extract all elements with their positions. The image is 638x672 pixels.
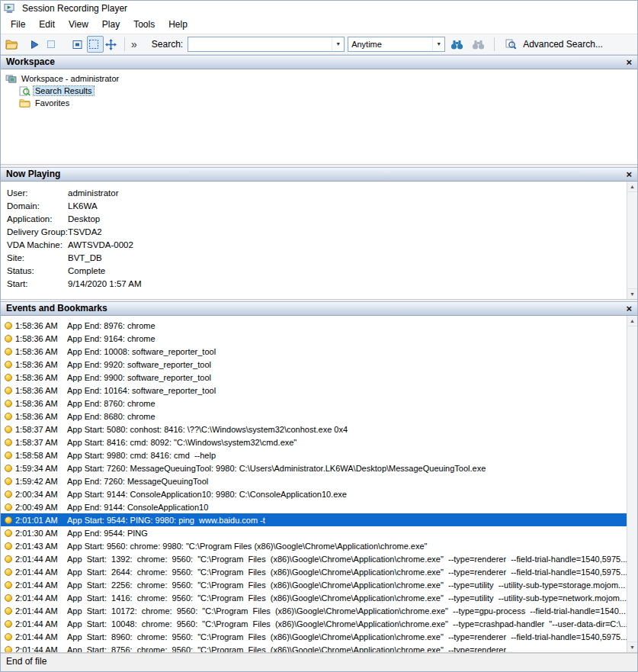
stop-button[interactable] [44, 36, 61, 53]
events-list: 1:58:36 AM App End: 8976: chrome 1:58:36… [1, 316, 627, 652]
magnifier-icon [505, 39, 516, 50]
fit-to-window-button[interactable] [87, 36, 104, 53]
event-text: App Start: 9560: chrome: 9980: "C:\Progr… [67, 542, 427, 551]
search-dropdown-arrow-icon[interactable]: ▼ [332, 37, 344, 51]
event-text: App End: 9144: ConsoleApplication10 [67, 503, 208, 512]
field-value: 9/14/2020 1:57 AM [68, 279, 142, 288]
event-row[interactable]: 1:59:34 AM App Start: 7260: MessageQueui… [1, 461, 627, 474]
toolbar-separator [494, 37, 495, 51]
event-row[interactable]: 2:01:44 AM App Start: 2256: chrome: 9560… [1, 578, 627, 591]
event-row[interactable]: 1:59:42 AM App End: 7260: MessageQueuing… [1, 474, 627, 487]
event-row[interactable]: 2:01:43 AM App Start: 9560: chrome: 9980… [1, 539, 627, 552]
event-time: 2:01:30 AM [15, 529, 67, 538]
event-row[interactable]: 2:01:44 AM App Start: 1392: chrome: 9560… [1, 552, 627, 565]
toolbar-overflow-button[interactable]: » [131, 38, 137, 50]
tree-item-search-results[interactable]: Search Results [1, 85, 637, 97]
search-combobox[interactable]: ▼ [188, 37, 345, 52]
event-text: App Start: 9144: ConsoleApplication10: 9… [67, 490, 347, 499]
time-filter-dropdown-arrow-icon[interactable]: ▼ [432, 37, 444, 51]
workspace-panel: Workspace × Workspace - administrator [1, 55, 637, 165]
event-row[interactable]: 1:58:58 AM App Start: 9980: cmd: 8416: c… [1, 449, 627, 461]
actual-size-button[interactable] [70, 36, 87, 53]
event-row[interactable]: 2:01:44 AM App Start: 8756: chrome: 9560… [1, 643, 627, 652]
event-row[interactable]: 1:58:36 AM App End: 9920: software_repor… [1, 358, 627, 371]
event-bookmark-icon [5, 568, 12, 576]
menu-item[interactable]: Help [162, 16, 194, 34]
workspace-root-item[interactable]: Workspace - administrator [1, 72, 637, 85]
menu-item[interactable]: Tools [127, 16, 162, 34]
find-next-button[interactable] [450, 40, 466, 50]
event-row[interactable]: 1:58:36 AM App End: 10008: software_repo… [1, 345, 627, 358]
scroll-down-icon[interactable]: ▼ [627, 641, 637, 652]
event-bookmark-icon [5, 490, 12, 498]
event-time: 1:58:58 AM [15, 451, 67, 460]
event-time: 1:58:36 AM [15, 386, 67, 395]
scroll-up-icon[interactable]: ▲ [627, 182, 637, 192]
event-row[interactable]: 2:01:30 AM App End: 9544: PING [1, 526, 627, 539]
event-row[interactable]: 1:58:36 AM App End: 9900: software_repor… [1, 371, 627, 384]
toolbar: » Search: ▼ Anytime ▼ [1, 34, 637, 55]
event-text: App Start: 1392: chrome: 9560: "C:\Progr… [67, 555, 627, 564]
scroll-down-icon[interactable]: ▼ [627, 288, 637, 299]
status-bar: End of file [1, 653, 637, 672]
event-text: App End: 10008: software_reporter_tool [67, 347, 216, 356]
event-row[interactable]: 2:01:01 AM App Start: 9544: PING: 9980: … [1, 513, 627, 526]
field-label: Site: [1, 253, 68, 262]
event-row[interactable]: 1:58:36 AM App End: 9164: chrome [1, 332, 627, 345]
event-row[interactable]: 1:58:36 AM App End: 10164: software_repo… [1, 384, 627, 397]
events-close-button[interactable]: × [626, 302, 632, 315]
field-value: BVT_DB [68, 253, 102, 262]
event-text: App Start: 8960: chrome: 9560: "C:\Progr… [67, 632, 627, 641]
now-playing-body: User: administrator Domain: LK6WA Applic… [1, 182, 637, 300]
event-row[interactable]: 2:01:44 AM App Start: 10048: chrome: 956… [1, 617, 627, 630]
event-row[interactable]: 2:01:44 AM App Start: 1416: chrome: 9560… [1, 591, 627, 604]
event-text: App End: 8976: chrome [67, 321, 155, 330]
event-row[interactable]: 1:58:37 AM App Start: 5080: conhost: 841… [1, 423, 627, 436]
event-time: 2:01:01 AM [15, 516, 67, 525]
menu-item[interactable]: View [62, 16, 95, 34]
workspace-close-button[interactable]: × [626, 56, 632, 69]
pan-button[interactable] [104, 36, 120, 53]
event-row[interactable]: 2:00:34 AM App Start: 9144: ConsoleAppli… [1, 487, 627, 500]
event-bookmark-icon [5, 387, 12, 394]
event-time: 2:00:49 AM [15, 503, 67, 512]
event-row[interactable]: 2:01:44 AM App Start: 10172: chrome: 956… [1, 604, 627, 617]
open-file-button[interactable] [5, 36, 21, 53]
event-bookmark-icon [5, 322, 12, 330]
field-value: Desktop [68, 214, 100, 223]
event-row[interactable]: 2:00:49 AM App End: 9144: ConsoleApplica… [1, 500, 627, 513]
now-playing-field: Status: Complete [1, 264, 637, 277]
titlebar: Session Recording Player [1, 1, 637, 16]
event-row[interactable]: 2:01:44 AM App Start: 2644: chrome: 9560… [1, 565, 627, 578]
play-button[interactable] [27, 36, 44, 53]
event-row[interactable]: 1:58:36 AM App End: 8976: chrome [1, 319, 627, 332]
events-scrollbar[interactable]: ▲ ▼ [627, 316, 637, 652]
now-playing-scrollbar[interactable]: ▲ ▼ [627, 182, 637, 299]
window-title: Session Recording Player [22, 3, 127, 14]
workspace-panel-header: Workspace × [1, 55, 637, 69]
field-label: Delivery Group: [1, 227, 68, 236]
tree-item-label: Favorites [34, 98, 71, 108]
event-row[interactable]: 1:58:36 AM App End: 8680: chrome [1, 410, 627, 423]
pan-icon [105, 39, 117, 50]
search-input[interactable] [188, 37, 332, 51]
event-text: App Start: 2256: chrome: 9560: "C:\Progr… [67, 580, 625, 590]
event-time: 1:58:36 AM [15, 321, 67, 330]
workspace-icon [5, 74, 17, 83]
session-recording-player-window: Session Recording Player FileEditViewPla… [0, 0, 638, 672]
status-text: End of file [6, 656, 46, 667]
find-previous-button[interactable] [472, 40, 488, 50]
menu-item[interactable]: Play [95, 16, 127, 34]
time-filter-combobox[interactable]: Anytime ▼ [348, 37, 445, 52]
tree-item-favorites[interactable]: Favorites [1, 97, 637, 109]
menu-item[interactable]: File [4, 16, 32, 34]
event-row[interactable]: 1:58:37 AM App Start: 8416: cmd: 8092: "… [1, 436, 627, 449]
now-playing-close-button[interactable]: × [626, 168, 632, 181]
advanced-search-button[interactable]: Advanced Search... [501, 36, 608, 53]
event-time: 2:01:44 AM [15, 645, 67, 653]
event-row[interactable]: 1:58:36 AM App End: 8760: chrome [1, 397, 627, 410]
menu-item[interactable]: Edit [32, 16, 62, 34]
event-row[interactable]: 2:01:44 AM App Start: 8960: chrome: 9560… [1, 630, 627, 643]
scroll-up-icon[interactable]: ▲ [627, 316, 637, 326]
event-time: 1:58:36 AM [15, 334, 67, 343]
